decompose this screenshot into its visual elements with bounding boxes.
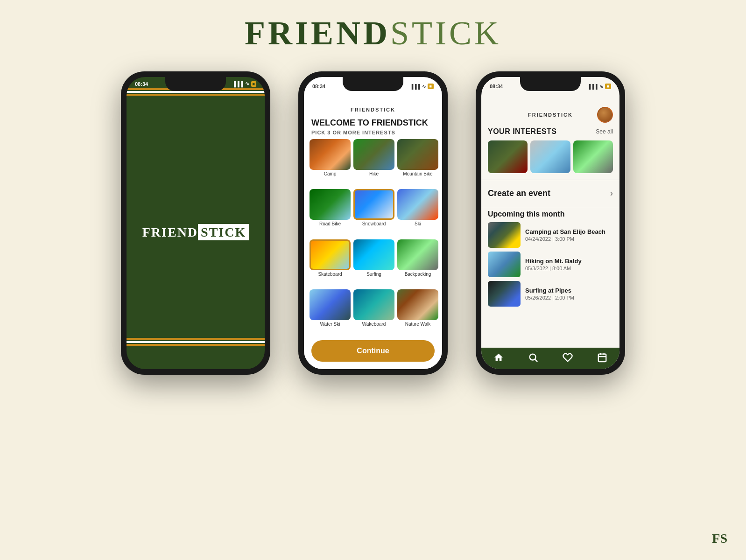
skate-label: Skateboard xyxy=(318,272,342,277)
battery-icon-3: ■ xyxy=(605,84,611,89)
interests-grid: Camp Hike Mountain Bike Road Bike xyxy=(304,139,442,336)
create-event-label: Create an event xyxy=(488,189,550,198)
interests-title: YOUR INTERESTS xyxy=(488,127,556,136)
stripe-gold-bottom xyxy=(127,338,265,340)
interest-roadbike[interactable]: Road Bike xyxy=(310,189,351,236)
title-part2: STICK xyxy=(390,14,501,52)
phone1-screen: 08:34 ▐▐▐ ∿ ■ FRIENDS xyxy=(127,77,265,369)
interest-snowboard[interactable]: Snowboard xyxy=(353,189,394,236)
mtbike-img xyxy=(397,139,438,170)
interests-screen: 08:34 ▐▐▐ ∿ ■ FRIENDSTICK WELCOME TO FRI… xyxy=(304,77,442,369)
event-name-1: Camping at San Elijo Beach xyxy=(525,228,613,235)
event-date-3: 05/26/2022 | 2:00 PM xyxy=(525,295,613,301)
stripe-white-top xyxy=(127,91,265,93)
nav-home[interactable] xyxy=(493,352,504,363)
create-event-row[interactable]: Create an event › xyxy=(481,182,619,205)
signal-icon: ▐▐▐ xyxy=(232,81,243,87)
page-header: FRIENDSTICK xyxy=(245,14,501,53)
interest-hike[interactable]: Hike xyxy=(353,139,394,186)
phone3-header: FRIENDSTICK xyxy=(481,90,619,126)
interests-preview xyxy=(481,138,619,178)
see-all-button[interactable]: See all xyxy=(596,128,613,135)
time-1: 08:34 xyxy=(135,81,148,87)
camp-img xyxy=(310,139,351,170)
events-list: Camping at San Elijo Beach 04/24/2022 | … xyxy=(481,222,619,348)
interest-thumb-1[interactable] xyxy=(488,140,528,173)
snowboard-img xyxy=(353,189,394,220)
status-icons-2: ▐▐▐ ∿ ■ xyxy=(410,84,434,89)
status-bar-2: 08:34 ▐▐▐ ∿ ■ xyxy=(304,77,442,90)
splash-logo: FRIENDSTICK xyxy=(142,225,249,240)
snowboard-label: Snowboard xyxy=(362,221,386,226)
signal-icon-3: ▐▐▐ xyxy=(587,84,597,89)
nav-calendar[interactable] xyxy=(597,352,607,363)
event-info-2: Hiking on Mt. Baldy 05/3/2022 | 8:00 AM xyxy=(525,258,613,271)
bottom-stripes xyxy=(127,338,265,346)
interest-wakeboard[interactable]: Wakeboard xyxy=(353,289,394,336)
status-bar-3: 08:34 ▐▐▐ ∿ ■ xyxy=(481,77,619,90)
status-icons-1: ▐▐▐ ∿ ■ xyxy=(232,81,256,87)
nav-heart[interactable] xyxy=(563,352,573,363)
camp-label: Camp xyxy=(324,171,337,176)
interest-thumb-2[interactable] xyxy=(530,140,570,173)
mtbike-label: Mountain Bike xyxy=(403,171,432,176)
event-card-1[interactable]: Camping at San Elijo Beach 04/24/2022 | … xyxy=(488,222,613,248)
interest-mtbike[interactable]: Mountain Bike xyxy=(397,139,438,186)
event-name-3: Surfing at Pipes xyxy=(525,287,613,294)
svg-point-0 xyxy=(530,354,536,360)
event-img-hiking xyxy=(488,252,521,277)
event-info-1: Camping at San Elijo Beach 04/24/2022 | … xyxy=(525,228,613,242)
stripe-white-bottom xyxy=(127,341,265,343)
event-card-2[interactable]: Hiking on Mt. Baldy 05/3/2022 | 8:00 AM xyxy=(488,252,613,277)
interest-waterski[interactable]: Water Ski xyxy=(310,289,351,336)
roadbike-img xyxy=(310,189,351,220)
interest-ski[interactable]: Ski xyxy=(397,189,438,236)
interest-naturewalk[interactable]: Nature Walk xyxy=(397,289,438,336)
battery-icon-2: ■ xyxy=(428,84,434,89)
notch-2 xyxy=(343,77,403,91)
divider-2 xyxy=(481,207,619,207)
logo-part2: STICK xyxy=(198,224,249,240)
welcome-title: WELCOME TO FRIENDSTICK xyxy=(304,115,442,129)
phone2-app-name: FRIENDSTICK xyxy=(304,90,442,115)
event-card-3[interactable]: Surfing at Pipes 05/26/2022 | 2:00 PM xyxy=(488,281,613,307)
phone3-app-name: FRIENDSTICK xyxy=(504,112,597,118)
interest-thumb-3[interactable] xyxy=(573,140,613,173)
pick-subtitle: PICK 3 OR MORE INTERESTS xyxy=(304,129,442,139)
surf-img xyxy=(353,239,394,270)
ski-label: Ski xyxy=(415,221,421,226)
wifi-icon-2: ∿ xyxy=(422,84,426,89)
nav-search[interactable] xyxy=(528,352,538,363)
avatar-face xyxy=(598,108,612,122)
status-icons-3: ▐▐▐ ∿ ■ xyxy=(587,84,611,89)
watermark: FS xyxy=(712,531,727,546)
event-img-camping xyxy=(488,222,521,248)
signal-icon-2: ▐▐▐ xyxy=(410,84,420,89)
phone3-screen: 08:34 ▐▐▐ ∿ ■ FRIENDSTICK xyxy=(481,77,619,369)
waterski-img xyxy=(310,289,351,320)
event-info-3: Surfing at Pipes 05/26/2022 | 2:00 PM xyxy=(525,287,613,301)
wakeboard-label: Wakeboard xyxy=(362,322,386,327)
dashboard-screen: 08:34 ▐▐▐ ∿ ■ FRIENDSTICK xyxy=(481,77,619,369)
phone1: 08:34 ▐▐▐ ∿ ■ FRIENDS xyxy=(121,71,270,375)
ski-img xyxy=(397,189,438,220)
event-date-1: 04/24/2022 | 3:00 PM xyxy=(525,236,613,242)
interest-camp[interactable]: Camp xyxy=(310,139,351,186)
user-avatar[interactable] xyxy=(597,107,613,123)
hike-img xyxy=(353,139,394,170)
waterski-label: Water Ski xyxy=(320,322,340,327)
logo-part1: FRIEND xyxy=(142,225,198,239)
surf-label: Surfing xyxy=(366,272,381,277)
wifi-icon-3: ∿ xyxy=(599,84,603,89)
hike-label: Hike xyxy=(369,171,379,176)
interest-skateboard[interactable]: Skateboard xyxy=(310,239,351,287)
splash-logo-container: FRIENDSTICK xyxy=(127,96,265,369)
continue-button[interactable]: Continue xyxy=(311,340,435,362)
wakeboard-img xyxy=(353,289,394,320)
phone2-screen: 08:34 ▐▐▐ ∿ ■ FRIENDSTICK WELCOME TO FRI… xyxy=(304,77,442,369)
interest-backpacking[interactable]: Backpacking xyxy=(397,239,438,287)
interests-section-header: YOUR INTERESTS See all xyxy=(481,126,619,138)
battery-icon: ■ xyxy=(251,81,256,87)
interest-surfing[interactable]: Surfing xyxy=(353,239,394,287)
naturewalk-label: Nature Walk xyxy=(405,322,431,327)
